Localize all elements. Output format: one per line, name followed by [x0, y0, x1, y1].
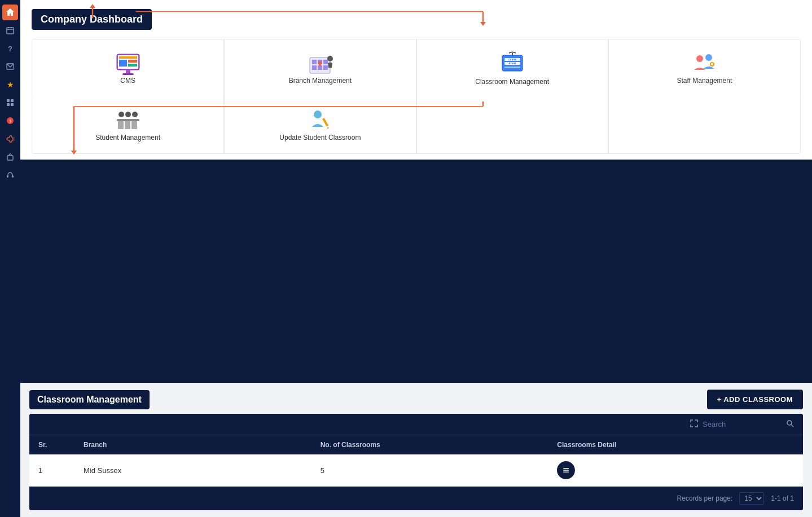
pagination-text: 1-1 of 1 [771, 494, 794, 502]
svg-rect-14 [7, 156, 13, 160]
svg-rect-0 [7, 28, 14, 34]
svg-rect-15 [7, 175, 8, 178]
cell-detail [557, 461, 794, 479]
svg-rect-60 [125, 121, 130, 129]
cell-num-classrooms: 5 [321, 466, 558, 475]
search-input[interactable] [703, 420, 782, 428]
svg-point-62 [314, 111, 322, 118]
records-per-page-select[interactable]: 15 25 50 [739, 492, 764, 505]
svg-rect-58 [117, 119, 139, 121]
svg-line-11 [14, 137, 14, 138]
svg-marker-64 [327, 127, 329, 129]
search-row [29, 414, 803, 435]
sidebar: ? ★ ! [0, 0, 20, 517]
sidebar-icon-grid[interactable] [2, 95, 18, 111]
svg-point-57 [132, 112, 138, 117]
menu-item-update-student-label: Update Student Classroom [279, 134, 361, 142]
svg-text:!: ! [10, 118, 11, 124]
menu-item-branch[interactable]: Branch Management [224, 39, 416, 97]
svg-rect-37 [323, 60, 328, 64]
svg-line-13 [14, 140, 14, 141]
dashboard-title: Company Dashboard [32, 9, 152, 30]
svg-rect-5 [7, 99, 10, 102]
table-row: 1 Mid Sussex 5 [29, 454, 803, 487]
svg-rect-30 [128, 60, 137, 63]
col-detail: Classrooms Detail [557, 441, 794, 449]
svg-rect-32 [126, 70, 130, 73]
svg-text:ROOM: ROOM [508, 62, 516, 65]
records-per-page-label: Records per page: [677, 494, 733, 502]
classroom-management-header: Classroom Management + ADD CLASSROOM [29, 390, 803, 409]
svg-rect-38 [312, 65, 317, 70]
svg-rect-8 [11, 103, 14, 106]
col-sr: Sr. [38, 441, 84, 449]
svg-point-65 [787, 421, 792, 425]
svg-rect-16 [12, 175, 14, 178]
col-branch: Branch [84, 441, 321, 449]
menu-item-branch-label: Branch Management [289, 77, 352, 85]
table-header: Sr. Branch No. of Classrooms Classrooms … [29, 435, 803, 454]
svg-point-41 [327, 56, 333, 61]
svg-rect-7 [7, 103, 10, 106]
svg-rect-43 [319, 64, 321, 67]
svg-line-66 [791, 425, 793, 427]
svg-point-55 [118, 112, 124, 117]
menu-grid-row2: Student Management Update Student Classr… [32, 97, 801, 154]
sidebar-icon-headphone[interactable] [2, 167, 18, 183]
menu-item-student[interactable]: Student Management [32, 97, 224, 153]
add-classroom-button[interactable]: + ADD CLASSROOM [707, 390, 804, 409]
cell-sr: 1 [38, 466, 84, 475]
col-num-classrooms: No. of Classrooms [321, 441, 558, 449]
middle-spacer [20, 160, 812, 383]
sidebar-icon-announcement[interactable] [2, 131, 18, 147]
svg-rect-40 [323, 65, 328, 70]
svg-rect-28 [119, 56, 137, 59]
svg-rect-50 [504, 67, 520, 68]
menu-item-staff-label: Staff Management [677, 77, 732, 85]
menu-item-student-label: Student Management [95, 134, 160, 142]
expand-icon [690, 419, 698, 429]
menu-item-update-student[interactable]: Update Student Classroom [224, 97, 416, 153]
table-body: 1 Mid Sussex 5 [29, 454, 803, 487]
svg-rect-29 [119, 60, 127, 67]
menu-grid-row1: CMS [32, 39, 801, 98]
menu-item-classroom[interactable]: CLASS ROOM Classroom Management [416, 39, 608, 97]
svg-text:CLASS: CLASS [508, 58, 516, 61]
detail-button[interactable] [557, 461, 575, 479]
table-footer: Records per page: 15 25 50 1-1 of 1 [29, 487, 803, 510]
svg-rect-68 [563, 470, 569, 471]
svg-rect-33 [122, 73, 134, 75]
svg-point-51 [696, 55, 703, 62]
menu-item-staff[interactable]: Staff Management [608, 39, 800, 97]
svg-rect-59 [118, 121, 124, 129]
search-icon[interactable] [786, 419, 794, 429]
classroom-management-area: Classroom Management + ADD CLASSROOM [20, 383, 812, 517]
classroom-management-title: Classroom Management [29, 390, 150, 409]
svg-rect-69 [563, 472, 569, 473]
menu-item-classroom-label: Classroom Management [475, 78, 549, 86]
sidebar-icon-bag[interactable] [2, 149, 18, 165]
dashboard-section: Company Dashboard CMS [20, 0, 812, 160]
svg-rect-63 [322, 118, 328, 127]
svg-point-54 [711, 63, 713, 65]
sidebar-icon-question[interactable]: ? [2, 41, 18, 56]
menu-item-cms[interactable]: CMS [32, 39, 224, 97]
sidebar-icon-home[interactable] [2, 5, 18, 20]
svg-rect-31 [128, 64, 137, 67]
cell-branch: Mid Sussex [84, 466, 321, 475]
svg-rect-35 [312, 60, 317, 64]
sidebar-icon-star[interactable]: ★ [2, 77, 18, 92]
menu-item-empty2 [608, 97, 800, 153]
svg-point-56 [125, 112, 131, 117]
svg-rect-67 [563, 468, 569, 469]
svg-rect-6 [11, 99, 14, 102]
sidebar-icon-calendar[interactable] [2, 23, 18, 38]
svg-marker-18 [90, 4, 95, 8]
menu-item-cms-label: CMS [120, 77, 135, 85]
classroom-table-panel: Sr. Branch No. of Classrooms Classrooms … [29, 414, 803, 510]
svg-marker-21 [480, 22, 486, 26]
sidebar-icon-mail[interactable] [2, 59, 18, 74]
menu-item-empty1 [416, 97, 608, 153]
svg-rect-61 [131, 121, 137, 129]
sidebar-icon-alert[interactable]: ! [2, 113, 18, 129]
